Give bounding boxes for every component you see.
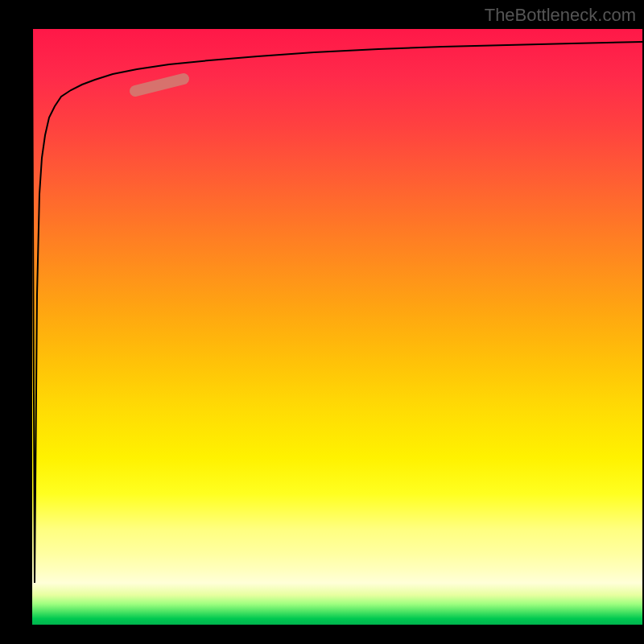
chart-container <box>32 29 642 625</box>
watermark-text: TheBottleneck.com <box>485 5 636 26</box>
curve-line <box>32 29 642 583</box>
plot-area <box>32 29 642 625</box>
curve-svg <box>32 29 642 625</box>
highlight-marker <box>135 79 184 91</box>
